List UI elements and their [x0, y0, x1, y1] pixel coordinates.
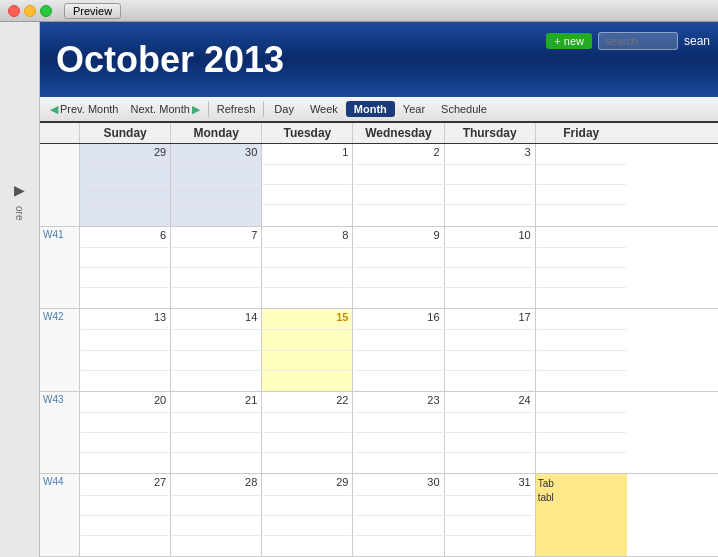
view-day-button[interactable]: Day: [266, 101, 302, 117]
toolbar: ◀ Prev. Month Next. Month ▶ Refresh Day …: [40, 97, 718, 123]
cal-cell-oct17[interactable]: 17: [445, 309, 536, 391]
day-number: 17: [518, 311, 530, 323]
cal-cell-tab[interactable]: Tabtabl: [536, 474, 627, 556]
cal-cell-oct27[interactable]: 27: [80, 474, 171, 556]
preview-button[interactable]: Preview: [64, 3, 121, 19]
sidebar-arrow[interactable]: ▶: [14, 182, 25, 198]
cal-cell-oct9[interactable]: 9: [353, 227, 444, 309]
week-col-header: [40, 123, 80, 143]
cal-cell-oct13[interactable]: 13: [80, 309, 171, 391]
tab-label: Tabtabl: [538, 478, 554, 503]
day-number: 8: [342, 229, 348, 241]
new-button[interactable]: + new: [546, 33, 592, 49]
cal-cell-oct28[interactable]: 28: [171, 474, 262, 556]
prev-arrow-icon: ◀: [50, 103, 58, 116]
cal-cell-oct30[interactable]: 30: [353, 474, 444, 556]
calendar-week-2: W41 6 7 8: [40, 227, 718, 310]
day-number: 27: [154, 476, 166, 488]
cal-cell-oct16[interactable]: 16: [353, 309, 444, 391]
cal-cell-sep29[interactable]: 29: [80, 144, 171, 226]
day-number: 10: [518, 229, 530, 241]
calendar-week-5: W44 27 28 29: [40, 474, 718, 557]
cal-cell-oct4[interactable]: [536, 144, 627, 226]
calendar-week-4: W43 20 21 22: [40, 392, 718, 475]
day-number-today: 15: [336, 311, 348, 323]
day-header-wednesday: Wednesday: [353, 123, 444, 143]
content-area: October 2013 + new sean ◀ Prev. Month Ne…: [40, 22, 718, 557]
cal-cell-oct29[interactable]: 29: [262, 474, 353, 556]
day-header-thursday: Thursday: [445, 123, 536, 143]
cal-cell-oct24[interactable]: 24: [445, 392, 536, 474]
view-month-button[interactable]: Month: [346, 101, 395, 117]
header-actions: + new sean: [546, 32, 710, 50]
cal-cell-sep30[interactable]: 30: [171, 144, 262, 226]
calendar-weeks: 29 30 1 2: [40, 144, 718, 557]
week-num-41: W41: [40, 227, 80, 309]
day-number: 13: [154, 311, 166, 323]
calendar-title: October 2013: [56, 39, 284, 81]
day-header-sunday: Sunday: [80, 123, 171, 143]
view-week-button[interactable]: Week: [302, 101, 346, 117]
calendar-week-1: 29 30 1 2: [40, 144, 718, 227]
cal-cell-oct14[interactable]: 14: [171, 309, 262, 391]
day-header-tuesday: Tuesday: [262, 123, 353, 143]
cal-cell-oct23[interactable]: 23: [353, 392, 444, 474]
sidebar-ore-label: ore: [14, 206, 25, 220]
cal-cell-oct21[interactable]: 21: [171, 392, 262, 474]
day-header-monday: Monday: [171, 123, 262, 143]
view-year-button[interactable]: Year: [395, 101, 433, 117]
day-number: 22: [336, 394, 348, 406]
day-number: 14: [245, 311, 257, 323]
view-schedule-button[interactable]: Schedule: [433, 101, 495, 117]
cal-cell-oct3[interactable]: 3: [445, 144, 536, 226]
user-display: sean: [684, 34, 710, 48]
week-num-43: W43: [40, 392, 80, 474]
next-month-button[interactable]: Next. Month ▶: [125, 101, 206, 118]
cal-cell-oct20[interactable]: 20: [80, 392, 171, 474]
cal-cell-oct7[interactable]: 7: [171, 227, 262, 309]
day-headers-row: Sunday Monday Tuesday Wednesday Thursday…: [40, 123, 718, 144]
window-controls: [8, 5, 52, 17]
cal-cell-oct11[interactable]: [536, 227, 627, 309]
sidebar: ▶ ore: [0, 22, 40, 557]
cal-cell-oct8[interactable]: 8: [262, 227, 353, 309]
separator-2: [263, 101, 264, 117]
prev-month-button[interactable]: ◀ Prev. Month: [44, 101, 125, 118]
week-num-42: W42: [40, 309, 80, 391]
day-number: 29: [154, 146, 166, 158]
cal-cell-oct22[interactable]: 22: [262, 392, 353, 474]
title-bar: Preview: [0, 0, 718, 22]
search-input[interactable]: [598, 32, 678, 50]
day-number: 9: [433, 229, 439, 241]
day-number: 28: [245, 476, 257, 488]
day-number: 20: [154, 394, 166, 406]
day-number: 24: [518, 394, 530, 406]
day-number: 3: [525, 146, 531, 158]
cal-cell-oct18[interactable]: [536, 309, 627, 391]
separator-1: [208, 101, 209, 117]
day-number: 30: [245, 146, 257, 158]
day-number: 2: [433, 146, 439, 158]
week-num-44: W44: [40, 474, 80, 556]
cal-cell-oct6[interactable]: 6: [80, 227, 171, 309]
day-number: 31: [518, 476, 530, 488]
next-arrow-icon: ▶: [192, 103, 200, 116]
cal-cell-oct2[interactable]: 2: [353, 144, 444, 226]
day-number: 29: [336, 476, 348, 488]
day-number: 30: [427, 476, 439, 488]
app-frame: Preview ▶ ore October 2013 + new sean ◀: [0, 0, 718, 557]
calendar-grid: Sunday Monday Tuesday Wednesday Thursday…: [40, 123, 718, 557]
cal-cell-oct1[interactable]: 1: [262, 144, 353, 226]
day-number: 23: [427, 394, 439, 406]
cal-cell-oct15[interactable]: 15: [262, 309, 353, 391]
cal-cell-oct10[interactable]: 10: [445, 227, 536, 309]
cal-cell-oct25[interactable]: [536, 392, 627, 474]
calendar-week-3: W42 13 14 15: [40, 309, 718, 392]
refresh-button[interactable]: Refresh: [211, 101, 262, 117]
day-number: 7: [251, 229, 257, 241]
cal-cell-oct31[interactable]: 31: [445, 474, 536, 556]
day-number: 1: [342, 146, 348, 158]
day-number: 16: [427, 311, 439, 323]
day-number: 21: [245, 394, 257, 406]
calendar-header: October 2013 + new sean: [40, 22, 718, 97]
